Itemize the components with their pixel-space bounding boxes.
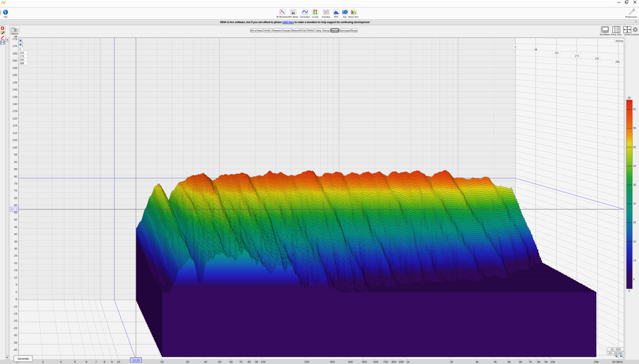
svg-text:44: 44: [633, 165, 636, 167]
svg-text:90: 90: [255, 360, 258, 364]
svg-text:5: 5: [628, 290, 630, 292]
svg-text:7k: 7k: [529, 360, 532, 364]
svg-text:20 - 20,000: 20 - 20,000: [608, 352, 623, 355]
svg-text:-20: -20: [13, 319, 17, 322]
svg-text:-15: -15: [13, 312, 17, 315]
svg-text:40: 40: [204, 360, 207, 364]
svg-text:2k: 2k: [450, 360, 453, 364]
svg-text:145: 145: [12, 81, 17, 84]
svg-text:160: 160: [12, 59, 17, 62]
svg-text:-25: -25: [13, 326, 17, 330]
svg-text:14: 14: [633, 259, 636, 262]
svg-text:4: 4: [60, 360, 62, 364]
svg-text:500: 500: [362, 360, 367, 364]
svg-text:15: 15: [14, 268, 17, 272]
svg-text:80: 80: [248, 360, 251, 364]
svg-text:-5: -5: [15, 297, 17, 301]
svg-text:900: 900: [399, 360, 404, 364]
svg-text:65: 65: [14, 196, 17, 200]
svg-text:70: 70: [239, 360, 242, 364]
svg-text:30: 30: [14, 247, 17, 250]
svg-text:173: 173: [574, 54, 579, 57]
svg-text:155: 155: [12, 66, 17, 70]
svg-text:50: 50: [14, 218, 17, 221]
svg-text:-40: -40: [13, 348, 17, 351]
svg-text:10 - 593: 10 - 593: [610, 348, 621, 351]
svg-text:110: 110: [13, 131, 17, 135]
svg-text:0: 0: [20, 48, 21, 51]
svg-text:800: 800: [392, 360, 397, 364]
svg-text:300ms: 300ms: [615, 40, 624, 42]
svg-text:8: 8: [103, 360, 105, 364]
svg-text:1k: 1k: [407, 360, 410, 364]
svg-text:20k: 20k: [594, 360, 599, 364]
svg-text:120: 120: [12, 117, 17, 120]
svg-text:10k: 10k: [550, 360, 555, 364]
svg-text:165: 165: [12, 52, 17, 55]
svg-text:26: 26: [633, 221, 636, 224]
svg-text:38: 38: [633, 183, 636, 186]
svg-text:25: 25: [14, 254, 17, 257]
svg-text:5: 5: [16, 283, 17, 286]
svg-text:100: 100: [12, 146, 17, 149]
svg-text:6: 6: [85, 360, 87, 364]
svg-text:175: 175: [12, 37, 17, 41]
svg-text:0: 0: [514, 45, 516, 48]
svg-text:100: 100: [261, 360, 266, 364]
svg-text:6k: 6k: [519, 360, 522, 364]
svg-text:300: 300: [330, 360, 335, 364]
svg-text:20: 20: [160, 360, 163, 364]
svg-text:58: 58: [534, 48, 537, 51]
svg-text:200: 200: [304, 360, 309, 364]
svg-text:70: 70: [14, 189, 17, 192]
svg-text:57.2: 57.2: [11, 208, 17, 211]
svg-text:288: 288: [615, 60, 620, 63]
svg-text:-35: -35: [13, 341, 17, 344]
svg-text:20: 20: [14, 261, 17, 265]
svg-text:230: 230: [20, 58, 24, 61]
svg-text:95: 95: [14, 153, 17, 156]
svg-text:9k: 9k: [545, 360, 548, 364]
svg-text:75: 75: [14, 182, 17, 185]
svg-text:116: 116: [554, 51, 559, 54]
svg-text:400: 400: [348, 360, 353, 364]
svg-text:700: 700: [383, 360, 388, 364]
svg-text:3k: 3k: [476, 360, 479, 364]
svg-text:5: 5: [74, 360, 76, 364]
svg-text:115: 115: [13, 124, 17, 127]
svg-text:0: 0: [16, 290, 17, 294]
svg-text:40: 40: [14, 232, 17, 236]
svg-text:140: 140: [12, 88, 17, 91]
svg-text:10: 10: [14, 276, 17, 279]
svg-text:32: 32: [633, 202, 636, 205]
svg-text:50: 50: [218, 360, 221, 364]
svg-text:3: 3: [42, 360, 44, 364]
svg-text:-10: -10: [13, 305, 17, 308]
svg-text:5k: 5k: [508, 360, 511, 364]
svg-text:150: 150: [12, 73, 17, 77]
svg-text:10: 10: [117, 360, 120, 364]
svg-text:130: 130: [12, 102, 17, 106]
svg-text:8k: 8k: [537, 360, 540, 364]
svg-text:50: 50: [633, 146, 636, 148]
svg-text:288: 288: [20, 62, 24, 65]
svg-text:7: 7: [95, 360, 97, 364]
svg-text:30: 30: [186, 360, 189, 364]
svg-text:116: 116: [20, 51, 24, 54]
svg-text:230: 230: [595, 57, 599, 60]
svg-text:600: 600: [374, 360, 379, 364]
svg-text:65: 65: [628, 96, 631, 99]
svg-text:4k: 4k: [494, 360, 497, 364]
svg-text:35: 35: [14, 240, 17, 243]
svg-text:60: 60: [229, 360, 232, 364]
svg-text:60: 60: [14, 203, 17, 207]
svg-text:8: 8: [633, 278, 635, 281]
svg-text:173: 173: [20, 55, 24, 58]
svg-text:9: 9: [111, 360, 113, 364]
svg-text:13.20: 13.20: [132, 359, 140, 362]
svg-text:80: 80: [14, 175, 17, 178]
svg-text:90: 90: [14, 160, 17, 164]
svg-text:56: 56: [633, 127, 636, 129]
svg-text:105: 105: [12, 138, 17, 142]
svg-text:Generate: Generate: [17, 357, 29, 360]
